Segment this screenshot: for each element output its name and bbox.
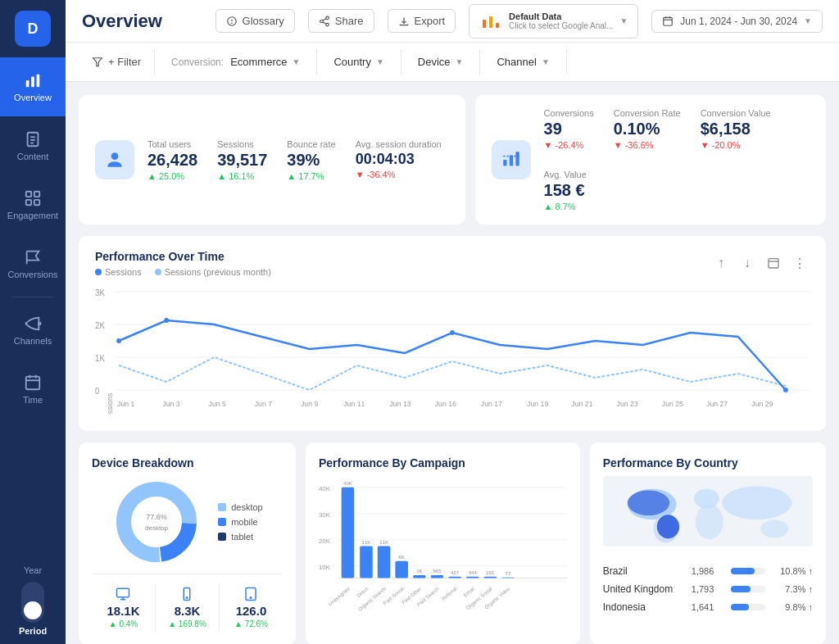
svg-text:Jun 27: Jun 27	[706, 400, 728, 408]
svg-point-46	[116, 338, 121, 343]
bounce-change: ▲ 17.7%	[287, 171, 335, 181]
svg-text:Jun 1: Jun 1	[117, 400, 134, 408]
campaign-chart-card: Performance By Campaign 40K 30K 20K 10K	[306, 442, 580, 644]
svg-line-23	[323, 18, 326, 20]
svg-point-123	[722, 486, 791, 519]
filter-button[interactable]: + Filter	[79, 49, 155, 75]
data-source-selector[interactable]: Default Data Click to select Google Anal…	[469, 4, 638, 39]
svg-rect-26	[496, 23, 499, 28]
date-range-label: Jun 1, 2024 - Jun 30, 2024	[680, 16, 797, 27]
date-range-picker[interactable]: Jun 1, 2024 - Jun 30, 2024 ▼	[651, 10, 823, 33]
logo-letter: D	[28, 20, 39, 38]
svg-rect-35	[515, 152, 519, 166]
glossary-button[interactable]: Glossary	[215, 9, 295, 33]
calendar-view-icon[interactable]	[764, 253, 783, 273]
conversion-filter[interactable]: Conversion: Ecommerce ▼	[155, 49, 317, 75]
svg-point-76	[187, 597, 188, 599]
main-content: Overview Glossary Share Export Default D…	[66, 0, 839, 644]
channel-filter[interactable]: Channel ▼	[480, 49, 566, 75]
svg-text:Jun 19: Jun 19	[527, 400, 548, 408]
period-label: Period	[19, 626, 47, 636]
conversions-metric: Conversions 39 ▼ -26.4%	[544, 108, 594, 150]
world-map-svg	[603, 470, 813, 552]
svg-point-21	[326, 23, 329, 26]
bottom-row: Device Breakdown 77.6% desktop	[79, 442, 826, 644]
sessions-value: 39,517	[217, 151, 267, 170]
device-filter-label: Device	[418, 56, 451, 68]
country-value-indonesia: 1,641	[692, 602, 724, 612]
country-bar-brazil	[731, 568, 765, 574]
svg-text:11K: 11K	[362, 540, 371, 545]
svg-text:Jun 7: Jun 7	[255, 400, 272, 408]
country-row-indonesia: Indonesia 1,641 9.8% ↑	[603, 598, 813, 616]
svg-point-125	[628, 490, 669, 515]
avg-session-label: Avg. session duration	[356, 139, 442, 149]
grid-icon	[24, 189, 42, 207]
share-icon	[319, 16, 330, 27]
tablet-stat-val: 126.0	[236, 604, 267, 618]
country-filter[interactable]: Country ▼	[317, 49, 401, 75]
svg-text:1K: 1K	[95, 354, 105, 363]
conv-rate-metric: Conversion Rate 0.10% ▼ -36.6%	[614, 108, 681, 150]
svg-text:6K: 6K	[398, 555, 404, 560]
svg-text:Jun 17: Jun 17	[481, 400, 502, 408]
share-button[interactable]: Share	[308, 9, 374, 33]
conversions-change: ▼ -26.4%	[544, 140, 594, 150]
period-toggle[interactable]	[21, 582, 44, 623]
svg-point-49	[783, 388, 788, 392]
svg-text:Direct: Direct	[356, 586, 369, 598]
date-range-chevron: ▼	[804, 16, 812, 25]
sessions-label: Sessions	[217, 139, 267, 149]
sidebar-item-time[interactable]: Time	[0, 360, 66, 419]
conversion-metrics-card: Conversions 39 ▼ -26.4% Conversion Rate …	[475, 95, 826, 224]
export-button[interactable]: Export	[388, 9, 456, 33]
sidebar-item-overview[interactable]: Overview	[0, 57, 66, 116]
svg-point-78	[251, 597, 252, 599]
svg-rect-1	[31, 76, 34, 87]
more-options-icon[interactable]: ⋮	[790, 253, 810, 273]
performance-chart-header: Performance Over Time Sessions Sessions …	[95, 249, 810, 277]
svg-rect-96	[413, 575, 426, 578]
sidebar-divider	[12, 297, 53, 297]
sidebar-item-channels[interactable]: Channels	[0, 301, 66, 360]
period-toggle-wrap[interactable]: Period	[19, 582, 47, 636]
sidebar-item-engagement[interactable]: Engagement	[0, 175, 66, 234]
svg-text:281: 281	[486, 570, 495, 575]
svg-rect-9	[26, 200, 31, 205]
file-icon	[24, 130, 42, 148]
avg-session-value: 00:04:03	[356, 151, 442, 168]
glossary-label: Glossary	[243, 15, 284, 27]
svg-point-20	[320, 20, 324, 23]
avg-value-metric: Avg. Value 158 € ▲ 8.7%	[544, 170, 587, 211]
metrics-row: Total users 26,428 ▲ 25.0% Sessions 39,5…	[79, 95, 826, 224]
conv-rate-change: ▼ -36.6%	[614, 140, 681, 150]
svg-text:Jun 16: Jun 16	[435, 400, 456, 408]
svg-text:Jun 29: Jun 29	[751, 400, 773, 408]
topbar: Overview Glossary Share Export Default D…	[66, 0, 839, 43]
svg-rect-7	[26, 192, 31, 197]
svg-text:344: 344	[469, 570, 478, 575]
svg-rect-34	[509, 156, 512, 166]
conv-rate-value: 0.10%	[614, 120, 681, 138]
svg-text:Jun 3: Jun 3	[162, 400, 179, 408]
up-arrow-icon[interactable]: ↑	[711, 253, 731, 273]
country-row-brazil: Brazil 1,986 10.8% ↑	[603, 562, 813, 580]
conv-value-label: Conversion Value	[701, 108, 771, 118]
svg-line-22	[323, 21, 326, 23]
device-filter[interactable]: Device ▼	[401, 49, 481, 75]
sessions-change: ▲ 16.1%	[217, 171, 267, 181]
sidebar-item-conversions[interactable]: Conversions	[0, 234, 66, 293]
channel-chevron: ▼	[542, 57, 550, 66]
svg-text:Jun 25: Jun 25	[662, 400, 683, 408]
sidebar-label-content: Content	[17, 152, 49, 161]
down-arrow-icon[interactable]: ↓	[737, 253, 757, 273]
svg-text:desktop: desktop	[145, 524, 169, 532]
sidebar-item-content[interactable]: Content	[0, 116, 66, 175]
svg-text:3K: 3K	[95, 288, 105, 297]
sidebar: D Overview Content Engagement Conversion…	[0, 0, 66, 644]
svg-text:2K: 2K	[95, 321, 105, 330]
svg-point-122	[696, 504, 723, 539]
svg-text:40K: 40K	[319, 485, 331, 492]
data-source-sub: Click to select Google Anal...	[509, 21, 613, 30]
performance-chart-actions: ↑ ↓ ⋮	[711, 253, 810, 273]
